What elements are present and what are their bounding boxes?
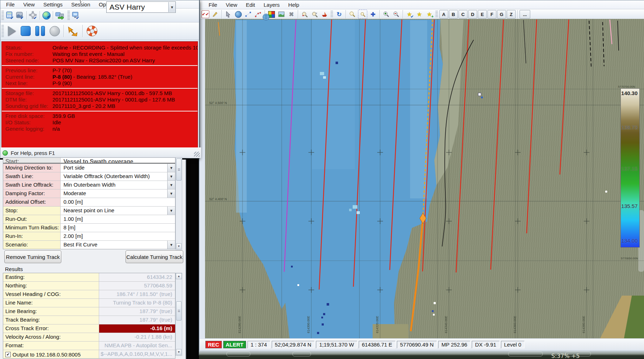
map-viewport[interactable]: 52° 4.500' N 52° 4.400' N 614280.00E 614… bbox=[205, 19, 644, 338]
storage-file-value: 20171121125001-ASV Harry - 0001.db - 597… bbox=[52, 90, 172, 97]
favorite-icon[interactable]: ★ bbox=[415, 10, 424, 19]
draw-icon[interactable] bbox=[211, 10, 219, 19]
zoom-next-icon[interactable] bbox=[310, 10, 319, 19]
previous-line-label: Previous line: bbox=[2, 67, 52, 74]
database-setup-icon[interactable]: ✔ bbox=[6, 11, 14, 20]
scenario-select[interactable]: Best Fit Curve bbox=[61, 241, 167, 249]
line-steering-panel: Start: Vessel to Swath coverage Moving D… bbox=[0, 160, 186, 359]
moving-direction-select[interactable]: Port side bbox=[61, 164, 167, 172]
northing-grid-label: 5770700.00N bbox=[618, 85, 635, 88]
layer-button-d[interactable]: D bbox=[468, 10, 477, 19]
layer-button-b[interactable]: B bbox=[449, 10, 458, 19]
online-globe-icon[interactable]: ✔ bbox=[42, 11, 51, 20]
zoom-window-icon[interactable] bbox=[358, 10, 367, 19]
menu-view[interactable]: View bbox=[19, 1, 39, 8]
recording-indicator: REC bbox=[205, 341, 222, 348]
favorite-add-icon[interactable]: ★+ bbox=[425, 10, 434, 19]
map-menu-layers[interactable]: Layers bbox=[259, 1, 284, 9]
settings-scrollbar[interactable]: ☰ ▼ bbox=[175, 157, 182, 250]
output-checkbox[interactable]: ✔ bbox=[5, 352, 11, 357]
layer-button-e[interactable]: E bbox=[478, 10, 487, 19]
checklist-icon[interactable]: ✔✔ bbox=[201, 10, 209, 18]
pause-icon[interactable] bbox=[34, 24, 46, 38]
dropdown-arrow-icon[interactable]: ▼ bbox=[167, 181, 175, 189]
settings-row: Swath Line:Variable Offtrack (Outerbeam … bbox=[3, 172, 175, 181]
min-turn-radius-field[interactable]: 8 [m] bbox=[61, 224, 175, 232]
dropdown-arrow-icon[interactable]: ▼ bbox=[167, 241, 175, 249]
easting-readout: 614386.71 E bbox=[359, 341, 395, 348]
vessel-icon[interactable] bbox=[320, 10, 329, 19]
more-layers-button[interactable]: ... bbox=[520, 10, 530, 19]
measure-icon[interactable] bbox=[244, 10, 252, 19]
generic-logging-label: Generic logging: bbox=[2, 126, 52, 132]
status-value: Online - RECORDING - Splitted when stora… bbox=[52, 45, 198, 51]
dropdown-arrow-icon[interactable]: ▼ bbox=[167, 207, 175, 215]
refresh-icon[interactable]: ↻ bbox=[335, 10, 343, 19]
map-menu-edit[interactable]: Edit bbox=[241, 1, 259, 9]
resize-grip[interactable] bbox=[194, 152, 200, 157]
result-row: Easting:614334.22 bbox=[3, 273, 175, 282]
controller-node-icon[interactable]: ✔ bbox=[72, 11, 80, 20]
storage-file-label: Storage file: bbox=[2, 90, 52, 97]
globe-icon[interactable] bbox=[234, 10, 242, 19]
pan-icon[interactable]: ✚ bbox=[369, 10, 377, 19]
profile-chart-icon[interactable] bbox=[277, 10, 286, 19]
settings-row: Minimum Turn Radius:8 [m] bbox=[3, 224, 175, 232]
calculate-turning-track-button[interactable]: Calculate Turning Track bbox=[126, 250, 183, 263]
damping-factor-select[interactable]: Moderate bbox=[61, 189, 167, 198]
help-lifebuoy-icon[interactable] bbox=[85, 24, 99, 38]
run-in-field[interactable]: 2.00 [m] bbox=[61, 232, 175, 240]
play-icon[interactable] bbox=[6, 24, 18, 38]
zoom-previous-icon[interactable] bbox=[300, 10, 309, 19]
delete-icon[interactable]: ✖ bbox=[287, 10, 296, 19]
map-menu-view[interactable]: View bbox=[221, 1, 241, 9]
stop-select[interactable]: Nearest point on Line bbox=[61, 207, 167, 215]
combobox-dropdown-button[interactable]: ▼ bbox=[168, 2, 175, 12]
zoom-in-icon[interactable] bbox=[382, 10, 390, 19]
menu-file[interactable]: File bbox=[2, 1, 19, 8]
map-statusbar: REC ALERT 1 : 374 52;04;29.874 N 1;19;51… bbox=[200, 339, 644, 350]
layer-button-a[interactable]: A bbox=[439, 10, 448, 19]
easting-grid-label: 614280.00E bbox=[238, 316, 241, 333]
svg-text:✔: ✔ bbox=[76, 16, 79, 20]
stop-icon[interactable] bbox=[19, 24, 32, 38]
map-menu-help[interactable]: Help bbox=[284, 1, 303, 9]
easting-grid-label: 614300.00E bbox=[307, 316, 310, 333]
swath-line-select[interactable]: Variable Offtrack (Outerbeam Width) bbox=[61, 172, 167, 181]
cursor-icon[interactable] bbox=[224, 10, 232, 19]
sounding-grid-label: Sounding grid file: bbox=[2, 103, 52, 109]
zoom-out-icon[interactable] bbox=[392, 10, 400, 19]
storage-file-icon[interactable]: ✔ bbox=[16, 11, 24, 20]
results-scrollbar[interactable]: ▲ ☰ ▼ bbox=[175, 273, 182, 356]
favorite-check-icon[interactable]: ★✔ bbox=[405, 10, 414, 19]
free-disk-value: 359.9 GB bbox=[52, 113, 75, 119]
dx-readout: DX -9.91 bbox=[472, 341, 499, 348]
event-arrow-icon[interactable] bbox=[66, 24, 80, 38]
layer-button-z[interactable]: Z bbox=[507, 10, 516, 19]
easting-grid-label: 614360.00E bbox=[513, 316, 517, 333]
run-out-field[interactable]: 1.00 [m] bbox=[61, 215, 175, 223]
longitude-readout: 1;19;51.370 W bbox=[316, 341, 357, 348]
world-save-icon[interactable] bbox=[262, 13, 270, 21]
next-line-value: P-9 (90) bbox=[52, 80, 72, 87]
layer-button-c[interactable]: C bbox=[459, 10, 467, 19]
settings-row: Moving Direction to:Port side▼ bbox=[3, 164, 175, 172]
layer-button-f[interactable]: F bbox=[487, 10, 496, 19]
layer-button-g[interactable]: G bbox=[497, 10, 506, 19]
swath-offtrack-select[interactable]: Min Outerbeam Width bbox=[61, 181, 167, 189]
dropdown-arrow-icon[interactable]: ▼ bbox=[167, 164, 175, 172]
magnifier-icon[interactable] bbox=[348, 10, 357, 19]
settings-row: Scenario:Best Fit Curve▼ bbox=[3, 241, 175, 249]
route-icon[interactable] bbox=[254, 10, 262, 19]
vessel-combobox[interactable]: ASV Harry ▼ bbox=[106, 1, 176, 13]
map-menu-file[interactable]: File bbox=[204, 1, 221, 9]
dropdown-arrow-icon[interactable]: ▼ bbox=[167, 172, 175, 181]
record-icon[interactable] bbox=[48, 24, 61, 38]
menu-settings[interactable]: Settings bbox=[39, 1, 67, 8]
replay-transfer-icon[interactable] bbox=[55, 11, 64, 20]
additional-offset-field[interactable]: 0.00 [m] bbox=[61, 198, 175, 206]
desktop: File View Edit Layers Help ✔✔ ✖ ↻ bbox=[0, 0, 644, 359]
remove-turning-track-button[interactable]: Remove Turning Track bbox=[4, 250, 61, 263]
dropdown-arrow-icon[interactable]: ▼ bbox=[167, 189, 175, 198]
settings-gear-icon[interactable]: ✔ bbox=[29, 11, 37, 20]
